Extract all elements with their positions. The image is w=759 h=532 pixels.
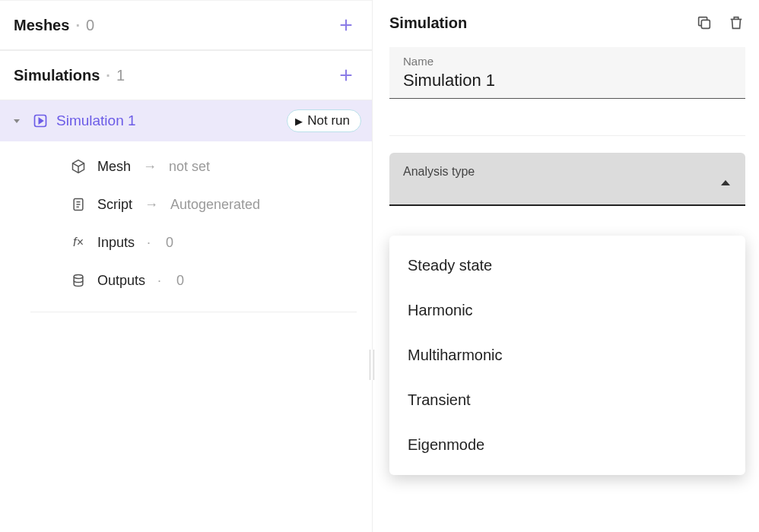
dot: · bbox=[157, 273, 161, 289]
simulation-tree: Mesh → not set Script → Autogenerated f×… bbox=[30, 141, 357, 312]
add-mesh-button[interactable] bbox=[335, 14, 357, 36]
svg-rect-12 bbox=[701, 20, 710, 28]
tree-script-value: Autogenerated bbox=[170, 197, 260, 213]
detail-header: Simulation bbox=[389, 11, 745, 47]
name-field[interactable]: Name Simulation 1 bbox=[389, 47, 745, 99]
dropdown-option-multiharmonic[interactable]: Multiharmonic bbox=[389, 333, 745, 378]
dot: · bbox=[147, 235, 151, 251]
dot: · bbox=[106, 67, 110, 84]
simulation-row[interactable]: Simulation 1 ▶ Not run bbox=[0, 100, 372, 141]
tree-outputs-label: Outputs bbox=[97, 273, 145, 289]
caret-up-icon bbox=[721, 180, 730, 185]
dropdown-option-harmonic[interactable]: Harmonic bbox=[389, 288, 745, 333]
detail-title: Simulation bbox=[389, 14, 467, 32]
tree-script-label: Script bbox=[97, 197, 132, 213]
dropdown-option-eigenmode[interactable]: Eigenmode bbox=[389, 423, 745, 467]
section-meshes-count: 0 bbox=[86, 17, 94, 34]
arrow-icon: → bbox=[144, 197, 158, 213]
resize-handle[interactable] bbox=[370, 350, 374, 380]
fx-icon: f× bbox=[70, 234, 87, 251]
tree-item-script[interactable]: Script → Autogenerated bbox=[70, 185, 357, 223]
add-simulation-button[interactable] bbox=[335, 65, 357, 86]
script-icon bbox=[70, 196, 87, 213]
svg-point-11 bbox=[74, 275, 83, 279]
dot: · bbox=[75, 17, 80, 34]
svg-marker-6 bbox=[39, 119, 43, 124]
delete-button[interactable] bbox=[727, 14, 745, 32]
chevron-down-icon[interactable] bbox=[9, 113, 24, 128]
section-simulations-title: Simulations bbox=[14, 67, 100, 84]
dropdown-option-steady-state[interactable]: Steady state bbox=[389, 243, 745, 288]
tree-item-outputs[interactable]: Outputs · 0 bbox=[70, 261, 357, 299]
left-panel: Meshes · 0 Simulations · 1 Simulation 1 … bbox=[0, 0, 373, 532]
simulation-name: Simulation 1 bbox=[56, 112, 279, 129]
section-simulations-count: 1 bbox=[116, 67, 125, 84]
tree-inputs-label: Inputs bbox=[97, 235, 135, 251]
tree-mesh-value: not set bbox=[169, 159, 210, 175]
simulation-status-pill[interactable]: ▶ Not run bbox=[287, 109, 361, 132]
database-icon bbox=[70, 272, 87, 289]
tree-item-inputs[interactable]: f× Inputs · 0 bbox=[70, 223, 357, 261]
name-label: Name bbox=[403, 55, 732, 68]
tree-inputs-count: 0 bbox=[166, 235, 173, 251]
analysis-type-dropdown: Steady state Harmonic Multiharmonic Tran… bbox=[389, 236, 745, 475]
dropdown-option-transient[interactable]: Transient bbox=[389, 378, 745, 423]
arrow-icon: → bbox=[143, 159, 157, 175]
play-icon: ▶ bbox=[295, 116, 303, 127]
cube-icon bbox=[70, 158, 87, 175]
tree-mesh-label: Mesh bbox=[97, 159, 131, 175]
tree-outputs-count: 0 bbox=[176, 273, 184, 289]
svg-marker-4 bbox=[14, 119, 20, 123]
analysis-type-select[interactable]: Analysis type bbox=[389, 153, 745, 206]
divider bbox=[389, 135, 745, 136]
section-simulations-header: Simulations · 1 bbox=[0, 50, 372, 100]
simulation-icon bbox=[32, 112, 49, 129]
tree-item-mesh[interactable]: Mesh → not set bbox=[70, 147, 357, 185]
name-input[interactable]: Simulation 1 bbox=[403, 71, 732, 90]
section-meshes-title: Meshes bbox=[14, 17, 69, 34]
section-meshes-header: Meshes · 0 bbox=[0, 0, 372, 50]
analysis-type-label: Analysis type bbox=[403, 165, 732, 179]
copy-button[interactable] bbox=[695, 14, 713, 32]
simulation-status-text: Not run bbox=[307, 113, 350, 128]
detail-panel: Simulation Name Simulation 1 Analysis ty… bbox=[373, 0, 759, 532]
